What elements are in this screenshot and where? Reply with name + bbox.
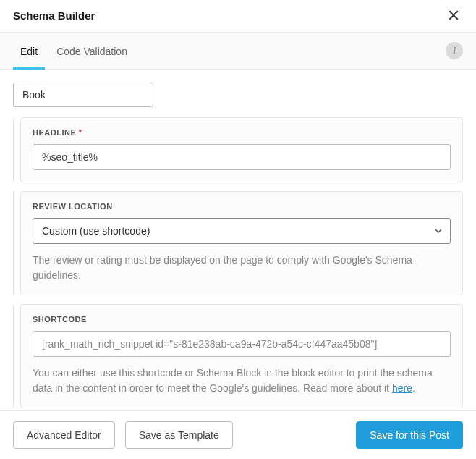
- save-template-button[interactable]: Save as Template: [125, 421, 233, 449]
- modal-header: Schema Builder: [0, 0, 476, 33]
- modal-title: Schema Builder: [13, 9, 95, 22]
- advanced-editor-button[interactable]: Advanced Editor: [13, 421, 115, 449]
- tab-edit[interactable]: Edit: [13, 33, 45, 69]
- schema-type-input[interactable]: [13, 83, 153, 107]
- review-location-select[interactable]: Custom (use shortcode): [33, 218, 451, 244]
- save-post-button[interactable]: Save for this Post: [356, 421, 463, 449]
- field-shortcode: SHORTCODE You can either use this shortc…: [20, 304, 463, 408]
- info-button[interactable]: i: [446, 42, 463, 59]
- shortcode-input[interactable]: [33, 331, 451, 357]
- shortcode-label: SHORTCODE: [33, 315, 451, 324]
- tab-bar: Edit Code Validation i: [0, 33, 476, 70]
- headline-input[interactable]: [33, 144, 451, 170]
- tab-code-validation[interactable]: Code Validation: [45, 33, 139, 69]
- content-area: HEADLINE * REVIEW LOCATION Custom (use s…: [0, 70, 476, 416]
- shortcode-help-link[interactable]: here: [392, 382, 412, 394]
- field-review-location: REVIEW LOCATION Custom (use shortcode) T…: [20, 191, 463, 295]
- review-location-label: REVIEW LOCATION: [33, 202, 451, 211]
- required-marker: *: [79, 128, 82, 137]
- close-button[interactable]: [444, 6, 463, 25]
- close-icon: [447, 9, 460, 22]
- field-headline: HEADLINE *: [20, 117, 463, 182]
- headline-label: HEADLINE *: [33, 128, 451, 137]
- modal-footer: Advanced Editor Save as Template Save fo…: [0, 410, 476, 459]
- shortcode-help: You can either use this shortcode or Sch…: [33, 366, 451, 396]
- review-location-help: The review or rating must be displayed o…: [33, 253, 451, 283]
- info-icon: i: [453, 45, 456, 56]
